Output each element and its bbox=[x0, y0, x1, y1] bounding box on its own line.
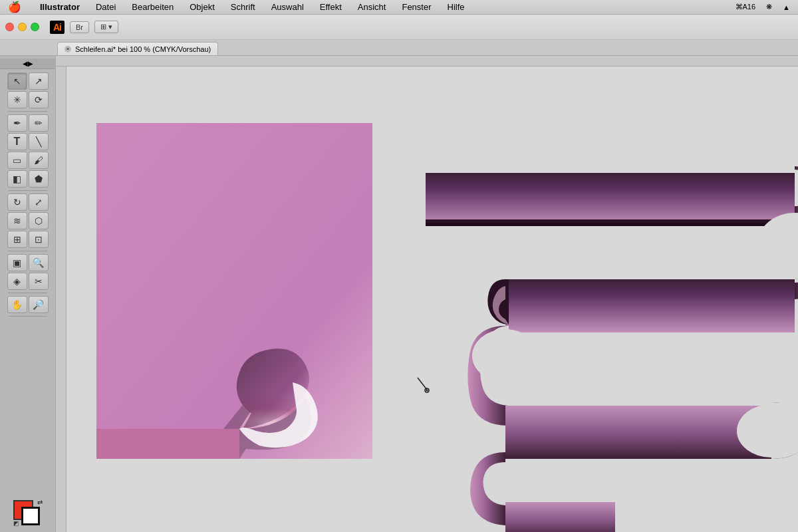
selection-tool[interactable]: ↖ bbox=[7, 72, 27, 90]
menu-auswahl[interactable]: Auswahl bbox=[269, 1, 307, 13]
line-tool[interactable]: ╲ bbox=[29, 133, 49, 150]
tool-row-7: ↻ ⤢ bbox=[0, 193, 55, 211]
tool-row-2: ✳ ⟳ bbox=[0, 90, 55, 109]
gradient-tool[interactable]: ▣ bbox=[7, 254, 27, 271]
tab-close-button[interactable]: × bbox=[65, 46, 71, 53]
wifi-icon: ▲ bbox=[780, 3, 793, 12]
menu-right-items: ⌘A16 ❋ ▲ bbox=[733, 2, 793, 12]
menu-bearbeiten[interactable]: Bearbeiten bbox=[129, 1, 176, 13]
tool-row-4: T ╲ bbox=[0, 132, 55, 151]
title-bar: Ai Br ⊞ ▾ bbox=[0, 15, 798, 40]
magic-wand-tool[interactable]: ✳ bbox=[7, 91, 27, 108]
rectangle-tool[interactable]: ▭ bbox=[7, 152, 27, 169]
eyedropper-tool[interactable]: 🔍 bbox=[29, 254, 49, 271]
tab-bar: × Schleifen.ai* bei 100 % (CMYK/Vorschau… bbox=[0, 40, 798, 56]
toolbox: ◀▶ ↖ ↗ ✳ ⟳ ✒ ✏ T ╲ ▭ 🖌 ◧ ⬟ bbox=[0, 56, 56, 532]
tool-row-9: ⊞ ⊡ bbox=[0, 230, 55, 249]
menu-bar: 🍎 Illustrator Datei Bearbeiten Objekt Sc… bbox=[0, 0, 798, 15]
paintbrush-tool[interactable]: 🖌 bbox=[29, 152, 49, 169]
tool-row-10: ▣ 🔍 bbox=[0, 253, 55, 272]
tool-sep-1 bbox=[8, 111, 47, 112]
tool-row-8: ≋ ⬡ bbox=[0, 211, 55, 230]
direct-selection-tool[interactable]: ↗ bbox=[29, 72, 49, 90]
default-colors[interactable]: ◩ bbox=[13, 520, 19, 527]
tool-sep-2 bbox=[8, 190, 47, 191]
tool-row-6: ◧ ⬟ bbox=[0, 170, 55, 188]
scissors-tool[interactable]: ✂ bbox=[29, 273, 49, 290]
workspace-button[interactable]: ⊞ ▾ bbox=[94, 21, 118, 33]
svg-point-2 bbox=[472, 329, 539, 382]
tool-row-11: ◈ ✂ bbox=[0, 272, 55, 291]
dropbox-icon: ❋ bbox=[763, 2, 775, 12]
main-layout: ◀▶ ↖ ↗ ✳ ⟳ ✒ ✏ T ╲ ▭ 🖌 ◧ ⬟ bbox=[0, 56, 798, 532]
close-button[interactable] bbox=[5, 23, 14, 31]
maximize-button[interactable] bbox=[31, 23, 39, 31]
menu-ansicht[interactable]: Ansicht bbox=[355, 1, 389, 13]
type-tool[interactable]: T bbox=[7, 133, 27, 150]
document-tab[interactable]: × Schleifen.ai* bei 100 % (CMYK/Vorschau… bbox=[57, 42, 218, 55]
menu-schrift[interactable]: Schrift bbox=[228, 1, 258, 13]
ruler-left bbox=[56, 66, 66, 532]
apple-menu[interactable]: 🍎 bbox=[5, 0, 24, 14]
blend-tool[interactable]: ◈ bbox=[7, 273, 27, 290]
menu-objekt[interactable]: Objekt bbox=[187, 1, 217, 13]
symbol-tool[interactable]: ⬡ bbox=[29, 212, 49, 229]
color-swatches: ⇄ ◩ bbox=[0, 497, 55, 532]
zoom-tool[interactable]: 🔎 bbox=[29, 296, 49, 313]
menu-hilfe[interactable]: Hilfe bbox=[445, 1, 467, 13]
menu-right-1: ⌘A16 bbox=[733, 2, 759, 12]
menu-effekt[interactable]: Effekt bbox=[317, 1, 344, 13]
pen-tool[interactable]: ✒ bbox=[7, 114, 27, 132]
sidebar-collapse[interactable]: ◀▶ bbox=[0, 59, 55, 69]
tool-sep-5 bbox=[8, 316, 47, 317]
tool-sep-3 bbox=[8, 251, 47, 251]
workspace-icon: ⊞ bbox=[100, 23, 106, 31]
tool-row-1: ↖ ↗ bbox=[0, 72, 55, 90]
pencil-tool[interactable]: ✏ bbox=[29, 114, 49, 132]
svg-point-7 bbox=[426, 390, 428, 392]
scale-tool[interactable]: ⤢ bbox=[29, 194, 49, 211]
blob-brush-tool[interactable]: ⬟ bbox=[29, 170, 49, 188]
ai-logo: Ai bbox=[50, 21, 65, 34]
mesh-tool[interactable]: ⊡ bbox=[29, 231, 49, 248]
lasso-tool[interactable]: ⟳ bbox=[29, 91, 49, 108]
canvas-area[interactable] bbox=[56, 56, 798, 532]
eraser-tool[interactable]: ◧ bbox=[7, 170, 27, 188]
tool-row-3: ✒ ✏ bbox=[0, 114, 55, 132]
rotate-tool[interactable]: ↻ bbox=[7, 194, 27, 211]
workspace-arrow: ▾ bbox=[108, 23, 112, 31]
hand-tool[interactable]: ✋ bbox=[7, 296, 27, 313]
menu-datei[interactable]: Datei bbox=[93, 1, 118, 13]
tool-row-12: ✋ 🔎 bbox=[0, 295, 55, 314]
canvas-content bbox=[66, 66, 798, 532]
warp-tool[interactable]: ≋ bbox=[7, 212, 27, 229]
minimize-button[interactable] bbox=[18, 23, 27, 31]
graph-tool[interactable]: ⊞ bbox=[7, 231, 27, 248]
menu-fenster[interactable]: Fenster bbox=[399, 1, 434, 13]
swap-colors[interactable]: ⇄ bbox=[37, 499, 43, 506]
stroke-swatch[interactable] bbox=[21, 507, 40, 525]
bridge-button[interactable]: Br bbox=[70, 21, 89, 33]
traffic-lights bbox=[5, 23, 39, 31]
tool-row-5: ▭ 🖌 bbox=[0, 151, 55, 170]
app-name-menu[interactable]: Illustrator bbox=[37, 1, 82, 13]
tab-title: Schleifen.ai* bei 100 % (CMYK/Vorschau) bbox=[75, 45, 211, 53]
ruler-top bbox=[56, 56, 798, 66]
tool-sep-4 bbox=[8, 293, 47, 293]
